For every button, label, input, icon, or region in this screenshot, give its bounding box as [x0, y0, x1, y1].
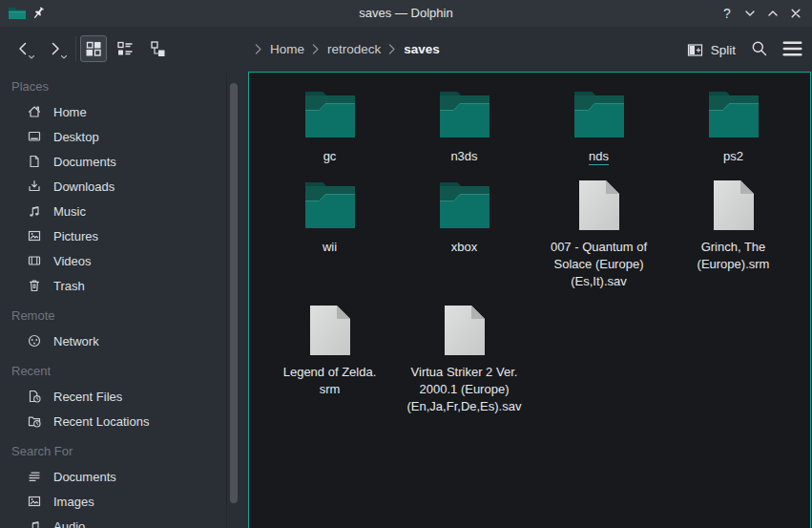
item-label: nds — [589, 148, 609, 165]
section-header-recent: Recent — [0, 359, 248, 384]
item-label: Virtua Striker 2 Ver. 2000.1 (Europe) (E… — [407, 364, 522, 415]
folder-view[interactable]: gcn3dsndsps2wiixbox007 - Quantum of Sola… — [248, 72, 811, 528]
sidebar-item-label: Network — [53, 334, 99, 348]
item-label: 007 - Quantum of Solace (Europe) (Es,It)… — [551, 239, 647, 290]
breadcrumb-item-retrodeck[interactable]: retrodeck — [327, 42, 381, 56]
file-grid: gcn3dsndsps2wiixbox007 - Quantum of Sola… — [249, 73, 810, 415]
folder-item[interactable]: xbox — [397, 179, 531, 290]
sidebar-item-label: Documents — [53, 155, 116, 169]
sidebar-item-label: Music — [53, 204, 86, 219]
hamburger-menu-button[interactable] — [781, 37, 803, 60]
sidebar-item-videos[interactable]: Videos — [0, 248, 248, 273]
item-label: Legend of Zelda. srm — [283, 364, 377, 398]
file-icon — [712, 179, 756, 232]
sidebar-item-audio[interactable]: Audio — [0, 514, 248, 528]
trash-icon — [27, 278, 42, 293]
chevron-down-icon — [60, 54, 68, 60]
forward-button[interactable] — [42, 35, 69, 62]
file-item[interactable]: Grinch, The (Europe).srm — [666, 179, 801, 290]
icons-view-button[interactable] — [80, 35, 107, 62]
places-panel: PlacesHomeDesktopDocumentsDownloadsMusic… — [0, 72, 248, 528]
folder-icon — [706, 88, 761, 141]
sidebar-item-images[interactable]: Images — [0, 489, 248, 514]
sidebar-item-documents[interactable]: Documents — [0, 149, 248, 174]
sidebar-item-label: Images — [53, 495, 94, 509]
titlebar[interactable]: saves — Dolphin ? — [0, 0, 812, 27]
details-view-button[interactable] — [112, 35, 138, 62]
tree-view-icon — [149, 40, 166, 57]
breadcrumb: Homeretrodecksaves — [250, 27, 443, 72]
sidebar-item-label: Downloads — [53, 180, 115, 194]
close-button[interactable] — [787, 5, 804, 22]
sidebar-item-desktop[interactable]: Desktop — [0, 124, 248, 149]
sidebar-item-documents[interactable]: Documents — [0, 464, 248, 489]
sidebar-item-downloads[interactable]: Downloads — [0, 174, 248, 199]
file-item[interactable]: Virtua Striker 2 Ver. 2000.1 (Europe) (E… — [397, 304, 531, 415]
search-icon — [750, 39, 769, 58]
icons-view-icon — [85, 40, 102, 57]
folder-icon — [302, 179, 358, 232]
download-icon — [27, 179, 42, 194]
folder-icon — [572, 88, 627, 141]
item-label: Grinch, The (Europe).srm — [697, 239, 770, 273]
item-label: gc — [323, 148, 337, 165]
sidebar-item-recent-files[interactable]: Recent Files — [0, 384, 248, 409]
desktop-icon — [27, 129, 42, 144]
image-icon — [27, 494, 42, 509]
sidebar-item-label: Audio — [53, 519, 85, 528]
sidebar-item-label: Trash — [53, 279, 85, 293]
sidebar-item-pictures[interactable]: Pictures — [0, 223, 248, 248]
folder-item[interactable]: gc — [262, 88, 397, 165]
details-view-icon — [116, 40, 134, 57]
panel-divider — [226, 72, 227, 528]
breadcrumb-item-home[interactable]: Home — [270, 42, 304, 56]
split-button-label: Split — [711, 43, 736, 57]
sidebar-item-music[interactable]: Music — [0, 199, 248, 223]
toolbar-separator — [75, 36, 76, 61]
folder-item[interactable]: wii — [262, 179, 397, 290]
music-note-icon — [27, 518, 42, 528]
split-view-icon — [687, 42, 703, 58]
sidebar-item-label: Documents — [53, 470, 116, 484]
chevron-down-icon — [28, 54, 35, 60]
sidebar-item-network[interactable]: Network — [0, 328, 248, 353]
text-lines-icon — [27, 469, 42, 484]
recent-files-icon — [27, 389, 42, 404]
back-button[interactable] — [10, 35, 36, 62]
home-icon — [27, 104, 42, 119]
help-button[interactable]: ? — [718, 5, 736, 22]
sidebar-item-label: Pictures — [53, 229, 98, 243]
sidebar-item-label: Recent Files — [53, 390, 122, 404]
maximize-button[interactable] — [764, 5, 781, 22]
file-item[interactable]: 007 - Quantum of Solace (Europe) (Es,It)… — [531, 179, 666, 290]
section-header-search-for: Search For — [0, 439, 248, 464]
sidebar-item-trash[interactable]: Trash — [0, 273, 248, 298]
item-label: wii — [323, 239, 337, 256]
folder-item[interactable]: n3ds — [397, 88, 531, 165]
search-button[interactable] — [748, 37, 771, 60]
dolphin-window: saves — Dolphin ? — [0, 0, 812, 528]
main-toolbar: Homeretrodecksaves Split — [0, 27, 812, 72]
section-header-remote: Remote — [0, 304, 248, 328]
sidebar-item-recent-locations[interactable]: Recent Locations — [0, 409, 248, 433]
item-label: n3ds — [450, 148, 477, 165]
window-controls: ? — [718, 5, 804, 22]
file-item[interactable]: Legend of Zelda. srm — [262, 304, 397, 415]
network-icon — [27, 333, 42, 348]
chevron-right-icon — [255, 43, 262, 55]
split-button[interactable]: Split — [687, 35, 736, 64]
minimize-button[interactable] — [741, 5, 759, 22]
recent-locations-icon — [27, 413, 42, 429]
folder-icon — [437, 179, 492, 232]
item-label: ps2 — [723, 148, 743, 165]
sidebar-item-label: Videos — [53, 254, 92, 268]
breadcrumb-item-saves[interactable]: saves — [404, 42, 440, 56]
folder-item[interactable]: ps2 — [666, 88, 801, 165]
folder-item[interactable]: nds — [531, 88, 666, 165]
tree-view-button[interactable] — [144, 35, 171, 62]
sidebar-scrollbar[interactable] — [230, 83, 238, 503]
sidebar-item-home[interactable]: Home — [0, 99, 248, 124]
folder-icon — [437, 88, 492, 141]
sidebar-item-label: Recent Locations — [53, 414, 149, 429]
sidebar-item-label: Desktop — [53, 130, 99, 144]
